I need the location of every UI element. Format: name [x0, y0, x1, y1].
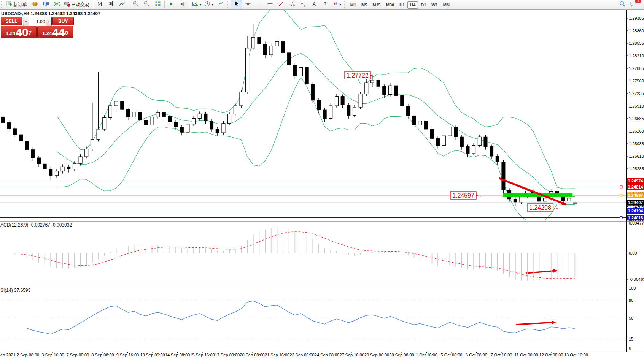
- sell-price-prefix: 1.24: [6, 30, 15, 38]
- rsi-axis-tick: 0: [629, 346, 631, 350]
- candle-body: [383, 86, 386, 94]
- macd-indicator-label: ACD(12,26,9) -0.002767 -0.003032: [0, 222, 72, 228]
- rsi-axis-tick: 50: [629, 316, 633, 320]
- candle-body: [514, 199, 517, 202]
- time-axis-label: 23 Sep 00:00: [289, 353, 314, 357]
- time-axis-label: 13 Sep 00:00: [140, 353, 165, 357]
- candle-body: [174, 122, 178, 127]
- macd-plot[interactable]: [15, 226, 575, 281]
- svg-text:1.24974: 1.24974: [628, 179, 644, 183]
- bollinger-band-line: [57, 77, 575, 223]
- candle-body: [7, 123, 11, 129]
- candle-body: [204, 114, 207, 121]
- volume-decrease-button[interactable]: ▼: [23, 17, 29, 26]
- candle-body: [412, 116, 416, 125]
- svg-text:1.24814: 1.24814: [628, 185, 644, 189]
- buy-price-display[interactable]: 1.24 44 0: [37, 26, 73, 38]
- buy-price-prefix: 1.24: [42, 30, 52, 38]
- candle-body: [388, 86, 392, 94]
- buy-price-sup: 0: [65, 26, 68, 39]
- candle-body: [377, 80, 380, 86]
- candle-body: [37, 158, 40, 164]
- candles-layer: [2, 24, 577, 207]
- candle-body: [240, 92, 243, 106]
- price-axis-tick: 1.28210: [629, 54, 644, 58]
- candle-body: [317, 100, 320, 110]
- candle-body: [25, 141, 29, 149]
- sell-price-big: 40: [16, 27, 28, 38]
- candle-body: [329, 106, 332, 119]
- candle-body: [198, 114, 201, 118]
- time-axis-label: 7 Oct 16:00: [491, 353, 512, 357]
- time-axis-label: 5 Oct 00:00: [441, 353, 463, 357]
- candle-body: [323, 110, 326, 118]
- candle-body: [496, 156, 499, 162]
- line-handle[interactable]: [620, 194, 622, 196]
- candle-body: [234, 106, 237, 114]
- price-axis-tick: 1.29185: [629, 16, 644, 21]
- time-axis-label: 11 Oct 00:00: [514, 353, 538, 357]
- candle-body: [251, 37, 255, 48]
- candle-body: [299, 67, 303, 76]
- volume-increase-button[interactable]: ▲: [46, 17, 51, 26]
- candle-body: [61, 167, 64, 171]
- bollinger-band-line: [57, 53, 575, 196]
- rsi-axis-tick: 15: [629, 337, 633, 341]
- candle-body: [246, 48, 249, 92]
- time-axis-label: 9 Sep 16:00: [116, 353, 139, 357]
- buy-button[interactable]: BUY: [52, 17, 74, 25]
- macd-trend-arrow[interactable]: [526, 271, 557, 273]
- chart-canvas[interactable]: 1.291851.288601.285351.282101.278851.275…: [0, 0, 644, 358]
- sell-button[interactable]: SELL: [1, 17, 22, 25]
- candle-body: [138, 112, 142, 120]
- candle-body: [311, 84, 315, 100]
- price-annotation-text: 1.27722: [347, 72, 369, 79]
- volume-input[interactable]: [29, 17, 46, 26]
- sell-price-display[interactable]: 1.24 40 7: [1, 26, 37, 38]
- candle-body: [114, 101, 118, 106]
- candle-body: [228, 114, 231, 123]
- time-axis-label: 27 Sep 16:00: [339, 353, 364, 357]
- price-annotation-text: 1.24298: [529, 204, 551, 211]
- candle-body: [353, 107, 356, 115]
- candle-body: [132, 112, 136, 117]
- candle-body: [258, 37, 261, 44]
- candle-body: [442, 136, 445, 145]
- line-handle[interactable]: [620, 217, 622, 219]
- rsi-plot[interactable]: [27, 301, 575, 334]
- time-axis-label: 14 Sep 08:00: [165, 353, 190, 357]
- line-handle[interactable]: [620, 186, 622, 188]
- time-axis-label: 3 Sep 16:00: [41, 353, 64, 357]
- candle-body: [13, 129, 17, 135]
- macd-axis-tick: -0.004637: [629, 277, 644, 282]
- candle-body: [448, 127, 452, 136]
- candle-body: [269, 46, 273, 55]
- time-axis-label: 6 Oct 08:00: [466, 353, 487, 357]
- price-axis-tick: 1.27885: [629, 66, 644, 71]
- price-axis-tick: 1.28860: [629, 29, 644, 33]
- candle-body: [341, 97, 344, 105]
- candle-body: [222, 124, 225, 133]
- time-axis-label: 13 Oct 16:00: [564, 353, 588, 357]
- candle-body: [55, 171, 58, 176]
- candle-body: [502, 162, 505, 190]
- candle-body: [43, 164, 46, 169]
- candle-body: [281, 41, 285, 52]
- candle-body: [460, 137, 463, 146]
- svg-text:1.24407: 1.24407: [628, 200, 643, 205]
- price-axis-tick: 1.28535: [629, 41, 644, 46]
- candle-body: [335, 97, 338, 106]
- time-axis-label: 29 Sep 00:00: [364, 353, 389, 357]
- rsi-line: [27, 301, 575, 334]
- candle-body: [275, 41, 279, 46]
- rsi-trend-arrow[interactable]: [516, 322, 555, 325]
- time-axis-label: 30 Sep 08:00: [389, 353, 414, 357]
- candle-body: [168, 116, 172, 122]
- chart-title: USDCAD-,H4 1.24388 1.24432 1.24368 1.244…: [1, 11, 100, 16]
- rsi-indicator-label: SI(14) 37.6593: [0, 288, 30, 293]
- candle-body: [103, 117, 106, 129]
- one-click-trade-panel: SELL ▼ ▲ BUY 1.24 40 7 1.24 44 0: [1, 17, 74, 38]
- rsi-axis-tick: 80: [629, 298, 633, 303]
- time-axis-label: 15 Sep 16:00: [190, 353, 215, 357]
- time-axis-label: 12 Oct 08:00: [539, 353, 563, 357]
